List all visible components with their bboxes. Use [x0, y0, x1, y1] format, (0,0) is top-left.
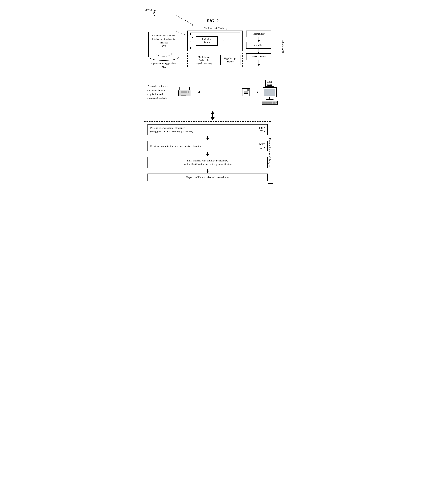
floppy-to-bdfp-arrow: [253, 91, 258, 93]
container-box: Container with unknown distribution of r…: [148, 32, 179, 50]
arrow-pre-to-amp: [258, 37, 260, 42]
analysis-row-report: Report nuclide activities and uncertaint…: [147, 174, 268, 181]
diagram-container: 0200 FIG. 2 Container with unknown distr…: [144, 5, 281, 184]
svg-rect-12: [181, 91, 187, 93]
radiation-sensor-box: RadiationSensor: [196, 36, 218, 46]
double-arrow-connector: [211, 111, 215, 120]
svg-rect-8: [179, 87, 189, 90]
computer-area: BDFP 0220: [242, 80, 278, 105]
preloaded-text: Pre-loaded softwareand setup for dataacq…: [147, 84, 168, 100]
svg-marker-3: [192, 24, 193, 26]
arrow-amp-to-adc: [258, 49, 260, 53]
ref-arrow-icon: [146, 8, 166, 17]
adc-box: A/D Converter: [246, 53, 271, 60]
signal-chain: Preamplifier Amplifier A/D Converter: [245, 31, 272, 66]
analysis-row-eopt: Efficiency optimization and uncertainty …: [147, 141, 268, 151]
platform-text: Optional rotating platform 0202: [152, 62, 176, 68]
rsds-bracket: [278, 27, 281, 67]
figure-title: FIG. 2: [144, 19, 281, 23]
svg-rect-14: [181, 96, 186, 97]
analysis-row-final: Final analysis with optimized efficiency…: [147, 157, 268, 168]
bottom-section: Pre-analysis with initial efficiency(usi…: [144, 121, 271, 184]
preamplifier-box: Preamplifier: [246, 31, 271, 37]
container-text: Container with unknown distribution of r…: [152, 34, 176, 44]
mca-dashed-box: Multi-channelAnalyzer forSignal Processi…: [187, 53, 243, 67]
printer-icon: [178, 86, 193, 98]
computer-with-bdfp: BDFP 0220: [262, 80, 278, 105]
container-ref: 0201: [162, 45, 166, 47]
printer-svg-icon: [178, 86, 193, 98]
arrow-eopt-to-final: [147, 152, 268, 156]
keyboard-icon: [262, 101, 278, 105]
arrow-final-to-report: [147, 169, 268, 173]
arrow-prep-to-eopt: [147, 136, 268, 140]
bdfp-label-box: BDFP 0220: [265, 80, 274, 87]
analysis-row-prep: Pre-analysis with initial efficiency(usi…: [147, 124, 268, 135]
left-container-area: Container with unknown distribution of r…: [144, 27, 184, 68]
monitor-icon: [263, 87, 277, 97]
collimator-shield-box: ... RadiationSensor: [187, 31, 243, 51]
svg-marker-0: [154, 15, 156, 16]
printer-to-computer-arrow: [198, 91, 205, 93]
floppy-disk-icon: [242, 88, 250, 96]
drum-arc-icon: [154, 52, 174, 60]
svg-rect-11: [179, 90, 190, 96]
drum-shape: [148, 50, 179, 60]
mca-label: Multi-channelAnalyzer forSignal Processi…: [190, 55, 219, 65]
arrow-adc-down: [258, 60, 260, 66]
hvs-box: High VoltageSupply: [220, 55, 240, 65]
rsds-label: RSDS 0210: [282, 41, 285, 54]
collimator-label: Collimator & Shield: [187, 27, 241, 30]
svg-point-13: [188, 91, 189, 93]
middle-section: Pre-loaded softwareand setup for dataacq…: [144, 76, 281, 108]
exe-label: Execute Automated Analysis: [268, 138, 271, 167]
rsds-area: Collimator & Shield ... RadiationSensor: [187, 27, 281, 67]
amplifier-box: Amplifier: [246, 42, 271, 49]
